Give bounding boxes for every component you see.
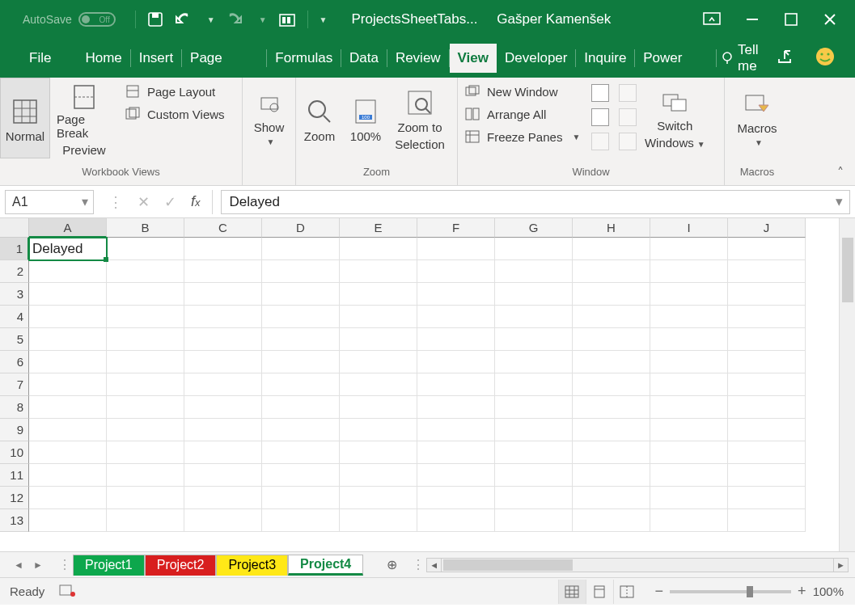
cell-B9[interactable] bbox=[107, 419, 184, 441]
row-header-8[interactable]: 8 bbox=[0, 396, 29, 419]
page-break-preview-button[interactable]: Page Break Preview bbox=[50, 78, 118, 158]
row-header-13[interactable]: 13 bbox=[0, 509, 29, 532]
custom-views-button[interactable]: Custom Views bbox=[125, 107, 225, 121]
cell-G6[interactable] bbox=[495, 351, 573, 373]
row-header-12[interactable]: 12 bbox=[0, 487, 29, 509]
cell-F13[interactable] bbox=[417, 509, 495, 532]
cell-J2[interactable] bbox=[728, 260, 806, 283]
tab-insert[interactable]: Insert bbox=[131, 44, 182, 73]
cell-J13[interactable] bbox=[728, 509, 806, 532]
cell-A13[interactable] bbox=[29, 509, 107, 532]
cell-J4[interactable] bbox=[728, 306, 806, 328]
cell-G10[interactable] bbox=[495, 441, 573, 464]
tab-inquire[interactable]: Inquire bbox=[576, 44, 634, 73]
cell-J5[interactable] bbox=[728, 328, 806, 351]
save-icon[interactable] bbox=[147, 11, 163, 27]
cell-C10[interactable] bbox=[184, 441, 262, 464]
col-header-H[interactable]: H bbox=[573, 218, 650, 238]
cell-A9[interactable] bbox=[29, 419, 107, 441]
cell-F4[interactable] bbox=[417, 306, 495, 328]
cell-D8[interactable] bbox=[262, 396, 340, 419]
cell-H2[interactable] bbox=[573, 260, 650, 283]
cell-H12[interactable] bbox=[573, 487, 650, 509]
view-side-by-side-button[interactable] bbox=[619, 84, 637, 102]
cell-J3[interactable] bbox=[728, 283, 806, 306]
select-all-corner[interactable] bbox=[0, 218, 29, 238]
cell-C5[interactable] bbox=[184, 328, 262, 351]
cell-B3[interactable] bbox=[107, 283, 184, 306]
cell-G7[interactable] bbox=[495, 373, 573, 396]
cell-I7[interactable] bbox=[650, 373, 728, 396]
row-header-10[interactable]: 10 bbox=[0, 441, 29, 464]
cell-C11[interactable] bbox=[184, 464, 262, 487]
tab-view[interactable]: View bbox=[450, 44, 497, 73]
col-header-J[interactable]: J bbox=[728, 218, 806, 238]
col-header-I[interactable]: I bbox=[650, 218, 728, 238]
cell-F5[interactable] bbox=[417, 328, 495, 351]
col-header-G[interactable]: G bbox=[495, 218, 573, 238]
cell-F8[interactable] bbox=[417, 396, 495, 419]
cell-F12[interactable] bbox=[417, 487, 495, 509]
zoom-button[interactable]: Zoom bbox=[296, 78, 343, 158]
cell-G8[interactable] bbox=[495, 396, 573, 419]
macro-record-icon[interactable] bbox=[59, 584, 75, 599]
cell-H10[interactable] bbox=[573, 441, 650, 464]
page-break-status-button[interactable] bbox=[613, 580, 641, 604]
arrange-all-button[interactable]: Arrange All bbox=[464, 107, 580, 121]
sheet-tab-project4[interactable]: Project4 bbox=[288, 555, 363, 576]
cell-E7[interactable] bbox=[340, 373, 417, 396]
cell-E3[interactable] bbox=[340, 283, 417, 306]
cell-C8[interactable] bbox=[184, 396, 262, 419]
new-sheet-button[interactable]: ⊕ bbox=[379, 557, 404, 572]
cell-A10[interactable] bbox=[29, 441, 107, 464]
tab-formulas[interactable]: Formulas bbox=[267, 44, 341, 73]
cell-B2[interactable] bbox=[107, 260, 184, 283]
cell-B11[interactable] bbox=[107, 464, 184, 487]
cell-D5[interactable] bbox=[262, 328, 340, 351]
undo-icon[interactable] bbox=[175, 11, 196, 27]
sheet-tab-project2[interactable]: Project2 bbox=[145, 555, 217, 576]
tab-developer[interactable]: Developer bbox=[497, 44, 576, 73]
cell-J1[interactable] bbox=[728, 238, 806, 260]
cell-B12[interactable] bbox=[107, 487, 184, 509]
row-header-11[interactable]: 11 bbox=[0, 464, 29, 487]
cell-I9[interactable] bbox=[650, 419, 728, 441]
col-header-A[interactable]: A bbox=[29, 218, 107, 238]
cell-D4[interactable] bbox=[262, 306, 340, 328]
cell-A3[interactable] bbox=[29, 283, 107, 306]
cell-D12[interactable] bbox=[262, 487, 340, 509]
page-layout-button[interactable]: Page Layout bbox=[125, 84, 225, 99]
tab-home[interactable]: Home bbox=[77, 44, 129, 73]
cell-E12[interactable] bbox=[340, 487, 417, 509]
collapse-ribbon-icon[interactable]: ˄ bbox=[837, 165, 844, 180]
cell-F7[interactable] bbox=[417, 373, 495, 396]
cell-B1[interactable] bbox=[107, 238, 184, 260]
autosave-toggle[interactable]: AutoSave Off bbox=[23, 12, 116, 27]
cell-G2[interactable] bbox=[495, 260, 573, 283]
cell-H6[interactable] bbox=[573, 351, 650, 373]
row-header-6[interactable]: 6 bbox=[0, 351, 29, 373]
sheet-nav-next-icon[interactable]: ► bbox=[33, 559, 43, 571]
cell-B13[interactable] bbox=[107, 509, 184, 532]
cell-I12[interactable] bbox=[650, 487, 728, 509]
ribbon-display-icon[interactable] bbox=[703, 12, 721, 27]
cell-G4[interactable] bbox=[495, 306, 573, 328]
tell-me[interactable]: Tell me bbox=[720, 42, 776, 74]
cell-B10[interactable] bbox=[107, 441, 184, 464]
cell-D7[interactable] bbox=[262, 373, 340, 396]
redo-icon[interactable] bbox=[226, 11, 248, 27]
cell-D2[interactable] bbox=[262, 260, 340, 283]
cell-C4[interactable] bbox=[184, 306, 262, 328]
page-layout-status-button[interactable] bbox=[586, 580, 613, 604]
cell-B8[interactable] bbox=[107, 396, 184, 419]
cell-I1[interactable] bbox=[650, 238, 728, 260]
cell-F6[interactable] bbox=[417, 351, 495, 373]
close-icon[interactable] bbox=[823, 12, 837, 27]
cell-F2[interactable] bbox=[417, 260, 495, 283]
tab-review[interactable]: Review bbox=[387, 44, 449, 73]
cell-C13[interactable] bbox=[184, 509, 262, 532]
cell-B4[interactable] bbox=[107, 306, 184, 328]
row-header-4[interactable]: 4 bbox=[0, 306, 29, 328]
cell-C6[interactable] bbox=[184, 351, 262, 373]
cell-J6[interactable] bbox=[728, 351, 806, 373]
